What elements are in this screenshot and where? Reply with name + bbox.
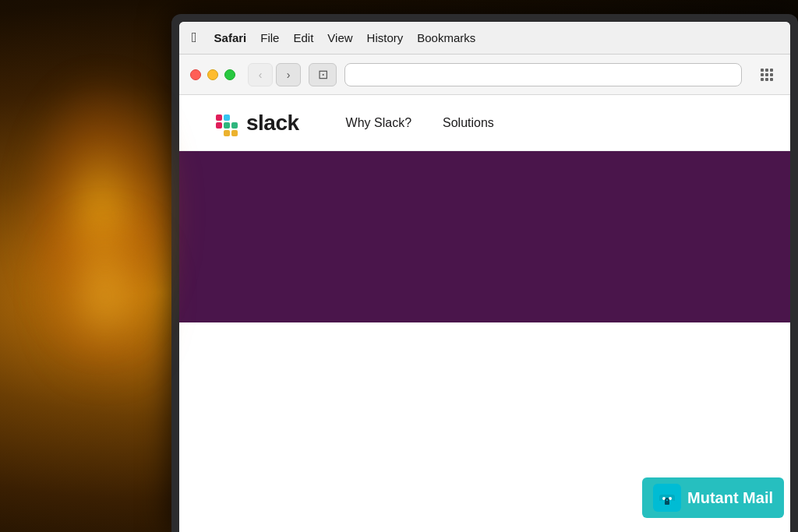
- address-bar[interactable]: [344, 63, 742, 86]
- mutant-mail-icon: [653, 484, 681, 512]
- menu-safari[interactable]: Safari: [214, 31, 247, 44]
- slack-hero-section: [179, 151, 790, 322]
- extensions-button[interactable]: [754, 63, 779, 86]
- menu-edit[interactable]: Edit: [293, 31, 313, 44]
- slack-logo-area: slack: [210, 109, 299, 137]
- back-button[interactable]: ‹: [248, 63, 273, 86]
- back-chevron-icon: ‹: [259, 69, 263, 81]
- mutant-mail-watermark: Mutant Mail: [642, 477, 784, 518]
- slack-nav-why[interactable]: Why Slack?: [346, 116, 411, 130]
- svg-rect-12: [665, 501, 669, 505]
- nav-buttons: ‹ ›: [248, 63, 301, 86]
- svg-rect-1: [216, 122, 222, 129]
- maximize-button[interactable]: [224, 69, 235, 80]
- apple-logo-icon[interactable]: : [192, 30, 197, 46]
- safari-toolbar: ‹ › ⊡: [179, 55, 790, 95]
- svg-rect-5: [231, 130, 238, 136]
- svg-rect-3: [224, 122, 230, 129]
- sidebar-icon: ⊡: [318, 67, 328, 82]
- traffic-lights: [190, 69, 235, 80]
- svg-rect-2: [224, 115, 230, 121]
- slack-navbar: slack Why Slack? Solutions: [179, 95, 790, 151]
- laptop-frame:  Safari File Edit View History Bookmark…: [171, 14, 798, 532]
- sidebar-toggle-button[interactable]: ⊡: [309, 63, 337, 86]
- minimize-button[interactable]: [207, 69, 218, 80]
- mutant-mail-label: Mutant Mail: [687, 489, 773, 507]
- slack-nav-links: Why Slack? Solutions: [346, 116, 494, 130]
- close-button[interactable]: [190, 69, 201, 80]
- slack-wordmark: slack: [246, 111, 299, 136]
- laptop-screen-border:  Safari File Edit View History Bookmark…: [179, 22, 790, 532]
- website-content: slack Why Slack? Solutions: [179, 95, 790, 532]
- macos-menubar:  Safari File Edit View History Bookmark…: [179, 22, 790, 55]
- menu-history[interactable]: History: [367, 31, 404, 44]
- forward-chevron-icon: ›: [287, 69, 291, 81]
- forward-button[interactable]: ›: [276, 63, 301, 86]
- screen-content:  Safari File Edit View History Bookmark…: [179, 22, 790, 532]
- svg-rect-0: [216, 115, 222, 121]
- svg-rect-4: [231, 122, 238, 129]
- grid-icon: [761, 69, 773, 81]
- slack-logo-icon: [210, 109, 238, 137]
- svg-rect-6: [224, 130, 230, 136]
- menu-view[interactable]: View: [327, 31, 352, 44]
- menu-bookmarks[interactable]: Bookmarks: [417, 31, 475, 44]
- slack-nav-solutions[interactable]: Solutions: [443, 116, 494, 130]
- menu-file[interactable]: File: [260, 31, 279, 44]
